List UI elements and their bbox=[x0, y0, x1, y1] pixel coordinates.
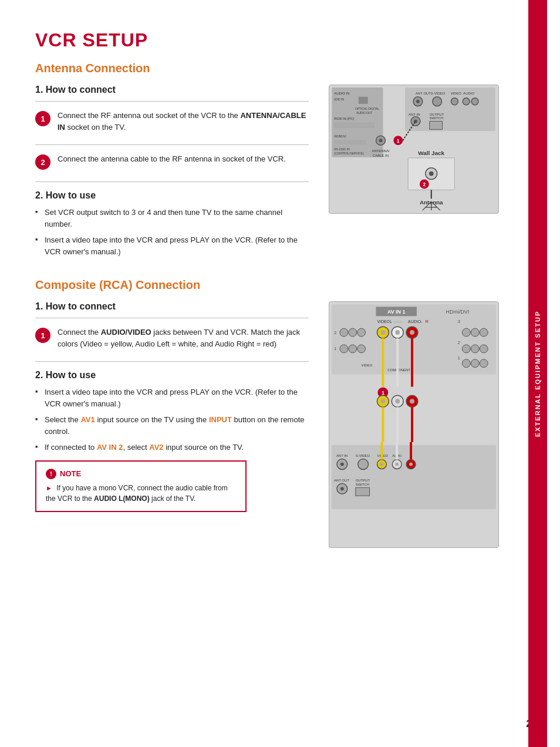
step-2-text: Connect the antenna cable to the RF ante… bbox=[58, 153, 286, 165]
svg-text:COMPONENT: COMPONENT bbox=[387, 368, 410, 372]
svg-point-63 bbox=[410, 330, 414, 335]
composite-bullet-2: Select the AV1 input source on the TV us… bbox=[35, 414, 309, 437]
svg-text:SWITCH: SWITCH bbox=[430, 116, 443, 120]
svg-point-40 bbox=[429, 171, 434, 176]
svg-text:(CONTROL/SERVICE): (CONTROL/SERVICE) bbox=[334, 152, 364, 155]
svg-text:R: R bbox=[426, 319, 429, 324]
svg-text:ANT IN: ANT IN bbox=[409, 113, 420, 116]
page-container: VCR SETUP Antenna Connection 1. How to c… bbox=[0, 0, 560, 747]
svg-text:CABLE IN: CABLE IN bbox=[373, 154, 389, 157]
divider-1 bbox=[35, 101, 309, 102]
svg-point-92 bbox=[380, 399, 385, 403]
antenna-step-2: 2 Connect the antenna cable to the RF an… bbox=[35, 153, 309, 170]
svg-point-116 bbox=[340, 487, 344, 490]
composite-bullet-3: If connected to AV IN 2, select AV2 inpu… bbox=[35, 442, 309, 453]
antenna-connect-heading: 1. How to connect bbox=[35, 85, 309, 95]
svg-text:1: 1 bbox=[397, 138, 400, 144]
composite-diagram-svg: AV IN 1 HDmi/DVI VIDEO L MONO AUDIO- R bbox=[329, 301, 499, 548]
svg-text:MONO: MONO bbox=[393, 321, 403, 324]
antenna-section: Antenna Connection 1. How to connect 1 C… bbox=[35, 62, 505, 264]
composite-use-bullets: Insert a video tape into the VCR and pre… bbox=[35, 386, 309, 453]
composite-instructions: 1. How to connect 1 Connect the AUDIO/VI… bbox=[35, 301, 309, 548]
composite-bullet-1: Insert a video tape into the VCR and pre… bbox=[35, 386, 309, 409]
svg-text:ANT OUT: ANT OUT bbox=[416, 92, 431, 95]
svg-point-27 bbox=[463, 98, 470, 105]
step-1-text: Connect the RF antenna out socket of the… bbox=[58, 110, 309, 133]
svg-point-84 bbox=[349, 345, 357, 353]
composite-step-1-circle: 1 bbox=[35, 328, 50, 343]
svg-point-74 bbox=[471, 359, 479, 368]
svg-text:ANT IN: ANT IN bbox=[336, 454, 348, 457]
svg-text:OPTICAL DIGITAL: OPTICAL DIGITAL bbox=[355, 107, 379, 110]
svg-text:2: 2 bbox=[457, 340, 460, 345]
svg-text:AUDIO: AUDIO bbox=[463, 92, 474, 95]
svg-text:2: 2 bbox=[334, 330, 337, 335]
svg-point-71 bbox=[480, 345, 488, 353]
svg-text:3: 3 bbox=[457, 319, 460, 324]
svg-text:(DIO IN: (DIO IN bbox=[334, 98, 344, 101]
svg-text:RGB IN (PC): RGB IN (PC) bbox=[334, 117, 354, 120]
svg-point-65 bbox=[462, 328, 470, 337]
antenna-use-bullets: Set VCR output switch to 3 or 4 and then… bbox=[35, 207, 309, 257]
composite-connect-layout: 1. How to connect 1 Connect the AUDIO/VI… bbox=[35, 301, 505, 548]
note-header: ! NOTE bbox=[46, 469, 236, 479]
svg-point-81 bbox=[357, 328, 366, 337]
antenna-bullet-1: Set VCR output switch to 3 or 4 and then… bbox=[35, 207, 309, 230]
svg-rect-3 bbox=[359, 97, 368, 104]
svg-point-85 bbox=[357, 345, 366, 353]
note-box: ! NOTE ► If you have a mono VCR, connect… bbox=[35, 460, 247, 512]
svg-point-105 bbox=[358, 459, 369, 470]
antenna-bullet-2: Insert a video tape into the VCR and pre… bbox=[35, 234, 309, 257]
composite-diagram: AV IN 1 HDmi/DVI VIDEO L MONO AUDIO- R bbox=[323, 301, 505, 548]
page-title: VCR SETUP bbox=[35, 29, 505, 51]
antenna-connect-layout: 1. How to connect 1 Connect the RF anten… bbox=[35, 85, 505, 264]
svg-point-67 bbox=[480, 328, 488, 337]
antenna-step-1: 1 Connect the RF antenna out socket of t… bbox=[35, 110, 309, 133]
step-1-circle: 1 bbox=[35, 111, 50, 126]
sidebar-tab: EXTERNAL EQUIPMENT SETUP bbox=[528, 0, 547, 747]
svg-text:1: 1 bbox=[457, 355, 460, 361]
antenna-section-title: Antenna Connection bbox=[35, 62, 505, 75]
svg-text:VIDEO: VIDEO bbox=[377, 319, 390, 324]
svg-rect-9 bbox=[334, 140, 366, 144]
svg-point-80 bbox=[349, 328, 357, 337]
svg-point-61 bbox=[395, 330, 400, 335]
svg-text:L: L bbox=[390, 319, 392, 324]
composite-section-title: Composite (RCA) Connection bbox=[35, 278, 505, 292]
divider-2 bbox=[35, 144, 309, 145]
antenna-use-heading: 2. How to use bbox=[35, 190, 309, 201]
svg-text:RS-232C IN: RS-232C IN bbox=[334, 148, 350, 151]
svg-text:S-VIDEO: S-VIDEO bbox=[431, 92, 446, 95]
svg-point-73 bbox=[462, 359, 470, 368]
step-2-circle: 2 bbox=[35, 154, 50, 170]
svg-text:Wall Jack: Wall Jack bbox=[418, 150, 444, 156]
svg-rect-35 bbox=[430, 121, 443, 129]
svg-point-94 bbox=[395, 399, 400, 403]
svg-point-75 bbox=[480, 359, 488, 368]
svg-point-26 bbox=[451, 98, 458, 105]
svg-point-15 bbox=[379, 139, 383, 142]
svg-point-79 bbox=[340, 328, 348, 337]
svg-text:ANTENNA/: ANTENNA/ bbox=[372, 149, 390, 153]
svg-text:VIDEO: VIDEO bbox=[362, 364, 373, 367]
svg-text:VIDEO: VIDEO bbox=[450, 92, 461, 95]
svg-point-28 bbox=[471, 98, 478, 105]
svg-text:2: 2 bbox=[423, 181, 426, 187]
svg-point-96 bbox=[410, 399, 414, 403]
svg-rect-119 bbox=[356, 487, 370, 496]
svg-point-70 bbox=[471, 345, 479, 353]
svg-point-66 bbox=[471, 328, 479, 337]
main-content: VCR SETUP Antenna Connection 1. How to c… bbox=[0, 0, 528, 747]
svg-point-21 bbox=[416, 100, 420, 103]
sidebar-label: EXTERNAL EQUIPMENT SETUP bbox=[534, 310, 541, 436]
note-heading: NOTE bbox=[60, 469, 81, 478]
svg-rect-7 bbox=[334, 122, 375, 128]
note-icon: ! bbox=[46, 469, 56, 479]
svg-text:SWITCH: SWITCH bbox=[356, 483, 369, 486]
svg-text:HDmi/DVI: HDmi/DVI bbox=[446, 309, 470, 315]
antenna-diagram: AUDIO IN (DIO IN OPTICAL DIGITAL AUDIO O… bbox=[323, 85, 505, 264]
divider-4 bbox=[35, 318, 309, 318]
divider-5 bbox=[35, 361, 309, 362]
svg-point-69 bbox=[462, 345, 470, 353]
svg-point-103 bbox=[340, 463, 344, 466]
